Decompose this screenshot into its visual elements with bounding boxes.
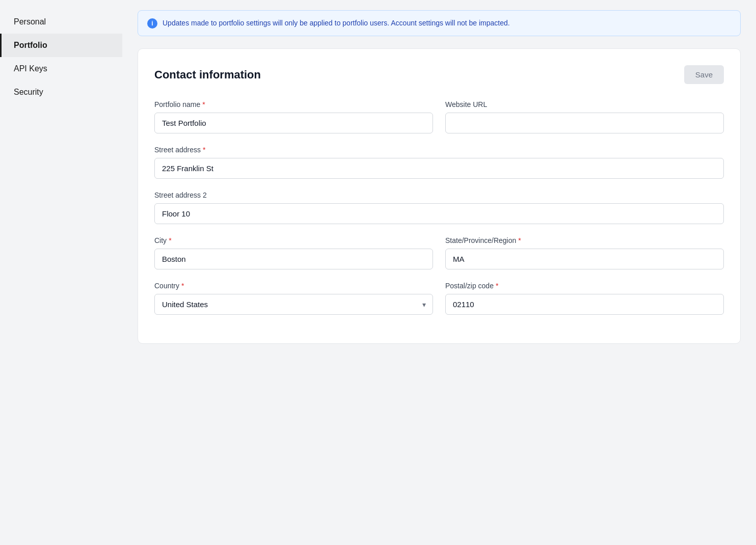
street-address-label: Street address * — [154, 146, 724, 154]
group-website-url: Website URL — [445, 100, 724, 133]
contact-info-card: Contact information Save Portfolio name … — [138, 48, 741, 344]
street-address2-input[interactable] — [154, 203, 724, 224]
info-icon: i — [147, 18, 157, 29]
sidebar-item-security[interactable]: Security — [0, 80, 122, 104]
sidebar-item-portfolio[interactable]: Portfolio — [0, 34, 122, 57]
portfolio-name-input[interactable] — [154, 113, 433, 133]
group-street-address: Street address * — [154, 146, 724, 179]
street-address-required-star: * — [203, 146, 205, 154]
info-banner: i Updates made to portfolio settings wil… — [138, 10, 741, 36]
city-label: City * — [154, 236, 433, 244]
row-portfolio-website: Portfolio name * Website URL — [154, 100, 724, 133]
portfolio-name-required-star: * — [202, 100, 205, 108]
state-label: State/Province/Region * — [445, 236, 724, 244]
state-input[interactable] — [445, 249, 724, 269]
postal-required-star: * — [496, 282, 498, 290]
website-url-input[interactable] — [445, 113, 724, 133]
sidebar-item-personal[interactable]: Personal — [0, 10, 122, 34]
row-city-state: City * State/Province/Region * — [154, 236, 724, 269]
city-input[interactable] — [154, 249, 433, 269]
save-button[interactable]: Save — [684, 65, 724, 84]
street-address-input[interactable] — [154, 158, 724, 179]
postal-label: Postal/zip code * — [445, 282, 724, 290]
city-required-star: * — [169, 236, 171, 244]
main-content: i Updates made to portfolio settings wil… — [122, 0, 756, 545]
postal-input[interactable] — [445, 294, 724, 315]
state-required-star: * — [518, 236, 521, 244]
group-portfolio-name: Portfolio name * — [154, 100, 433, 133]
row-country-postal: Country * United States Canada United Ki… — [154, 282, 724, 315]
sidebar: PersonalPortfolioAPI KeysSecurity — [0, 0, 122, 545]
group-street-address2: Street address 2 — [154, 191, 724, 224]
portfolio-name-label: Portfolio name * — [154, 100, 433, 108]
group-postal: Postal/zip code * — [445, 282, 724, 315]
group-city: City * — [154, 236, 433, 269]
group-country: Country * United States Canada United Ki… — [154, 282, 433, 315]
country-select[interactable]: United States Canada United Kingdom Aust… — [154, 294, 433, 315]
card-header: Contact information Save — [154, 65, 724, 84]
group-state: State/Province/Region * — [445, 236, 724, 269]
street-address2-label: Street address 2 — [154, 191, 724, 199]
section-street-address2: Street address 2 — [154, 191, 724, 224]
banner-text: Updates made to portfolio settings will … — [163, 18, 510, 29]
country-required-star: * — [181, 282, 184, 290]
country-label: Country * — [154, 282, 433, 290]
sidebar-item-api-keys[interactable]: API Keys — [0, 57, 122, 80]
section-street-address: Street address * — [154, 146, 724, 179]
card-title: Contact information — [154, 68, 261, 81]
country-select-wrapper: United States Canada United Kingdom Aust… — [154, 294, 433, 315]
website-url-label: Website URL — [445, 100, 724, 108]
